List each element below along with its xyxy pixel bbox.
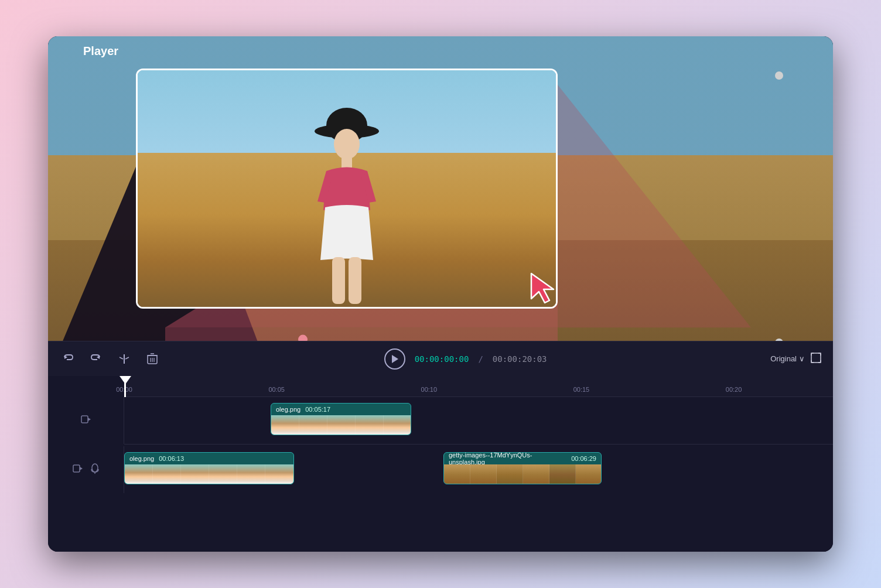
time-sep: / bbox=[478, 354, 483, 364]
ruler-mark-15: 00:15 bbox=[573, 386, 590, 393]
track-row-2: oleg.png 00:06:13 getty-ima bbox=[48, 446, 833, 493]
time-current: 00:00:00:00 bbox=[415, 354, 469, 364]
svg-point-7 bbox=[334, 129, 360, 159]
svg-point-29 bbox=[92, 464, 98, 472]
ruler-mark-5: 00:05 bbox=[268, 386, 285, 393]
clip-2-2-thumbs bbox=[444, 464, 601, 484]
clip-2-1-name: oleg.png bbox=[129, 455, 154, 462]
svg-rect-10 bbox=[349, 257, 361, 304]
timeline-ruler: 00:00 00:05 00:10 00:15 00:20 bbox=[124, 376, 833, 397]
controls-center: 00:00:00:00 / 00:00:20:03 bbox=[161, 348, 770, 370]
thumb bbox=[271, 415, 299, 435]
aspect-chevron: ∨ bbox=[799, 354, 805, 363]
crop-frame[interactable] bbox=[136, 69, 558, 309]
thumb bbox=[265, 464, 293, 484]
svg-rect-25 bbox=[81, 416, 88, 423]
track-row-1: oleg.png 00:05:17 bbox=[48, 397, 833, 444]
svg-marker-13 bbox=[97, 355, 100, 359]
split-button[interactable] bbox=[116, 351, 132, 367]
track-2-controls bbox=[48, 446, 124, 493]
svg-rect-27 bbox=[73, 465, 80, 472]
crop-handle-top-right[interactable] bbox=[775, 71, 783, 80]
ruler-mark-20: 00:20 bbox=[726, 386, 742, 393]
thumb bbox=[576, 464, 601, 484]
delete-button[interactable] bbox=[144, 351, 161, 367]
preview-area: Player bbox=[48, 36, 833, 376]
track-1-content: oleg.png 00:05:17 bbox=[124, 397, 833, 444]
clip-1-1-duration: 00:05:17 bbox=[305, 406, 330, 413]
thumb bbox=[444, 464, 470, 484]
controls-left bbox=[60, 351, 161, 367]
thumb bbox=[209, 464, 237, 484]
clip-1-1-header: oleg.png 00:05:17 bbox=[271, 404, 411, 415]
track-2-audio-icon[interactable] bbox=[90, 463, 100, 476]
thumb bbox=[181, 464, 209, 484]
svg-marker-26 bbox=[88, 418, 91, 421]
clip-2-2-duration: 00:06:29 bbox=[571, 455, 596, 462]
thumb bbox=[384, 415, 411, 435]
svg-marker-11 bbox=[531, 274, 554, 303]
thumb bbox=[299, 415, 327, 435]
clip-2-1-header: oleg.png 00:06:13 bbox=[125, 453, 293, 464]
clip-2-1-thumbs bbox=[125, 464, 293, 484]
thumb bbox=[523, 464, 549, 484]
svg-marker-28 bbox=[80, 467, 83, 470]
crop-inner-preview bbox=[138, 70, 556, 307]
svg-marker-12 bbox=[64, 355, 67, 359]
playhead-head bbox=[119, 376, 131, 384]
thumb bbox=[125, 464, 153, 484]
clip-1-1-name: oleg.png bbox=[276, 406, 301, 413]
playhead[interactable] bbox=[124, 376, 126, 397]
timeline-area: 00:00 00:05 00:10 00:15 00:20 bbox=[48, 376, 833, 552]
app-window: Player bbox=[48, 36, 833, 552]
clip-2-2-name: getty-images--17MdYynQUs-unsplash.jpg bbox=[449, 452, 566, 466]
thumb bbox=[153, 464, 181, 484]
clip-1-1[interactable]: oleg.png 00:05:17 bbox=[271, 403, 411, 435]
track-2-video-icon[interactable] bbox=[73, 463, 83, 476]
clip-1-1-thumbs bbox=[271, 415, 411, 435]
play-button[interactable] bbox=[384, 348, 405, 370]
track-separator bbox=[124, 444, 833, 445]
redo-button[interactable] bbox=[88, 351, 104, 367]
thumb bbox=[356, 415, 384, 435]
time-total: 00:00:20:03 bbox=[493, 354, 547, 364]
thumb bbox=[497, 464, 523, 484]
clip-2-1[interactable]: oleg.png 00:06:13 bbox=[124, 452, 294, 484]
svg-line-16 bbox=[125, 357, 129, 359]
svg-line-15 bbox=[119, 357, 123, 359]
aspect-ratio-button[interactable]: Original ∨ bbox=[770, 354, 805, 363]
undo-button[interactable] bbox=[60, 351, 76, 367]
cursor-pointer bbox=[528, 271, 564, 306]
svg-rect-24 bbox=[811, 353, 821, 363]
thumb bbox=[327, 415, 356, 435]
thumb bbox=[237, 464, 265, 484]
thumb bbox=[470, 464, 497, 484]
player-label: Player bbox=[83, 45, 118, 58]
svg-marker-23 bbox=[392, 355, 398, 363]
clip-2-1-duration: 00:06:13 bbox=[159, 455, 184, 462]
ruler-mark-10: 00:10 bbox=[421, 386, 438, 393]
track-1-controls bbox=[48, 397, 124, 444]
track-2-content: oleg.png 00:06:13 getty-ima bbox=[124, 446, 833, 493]
svg-rect-9 bbox=[332, 257, 345, 304]
clip-2-2-header: getty-images--17MdYynQUs-unsplash.jpg 00… bbox=[444, 453, 601, 464]
controls-bar: 00:00:00:00 / 00:00:20:03 Original ∨ bbox=[48, 341, 833, 376]
controls-right: Original ∨ bbox=[770, 353, 821, 365]
fullscreen-button[interactable] bbox=[811, 353, 821, 365]
track-1-video-icon[interactable] bbox=[81, 414, 91, 427]
aspect-label: Original bbox=[770, 354, 797, 363]
clip-2-2[interactable]: getty-images--17MdYynQUs-unsplash.jpg 00… bbox=[443, 452, 602, 484]
thumb bbox=[549, 464, 576, 484]
